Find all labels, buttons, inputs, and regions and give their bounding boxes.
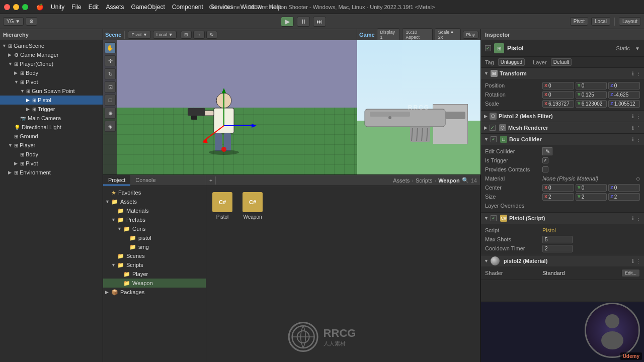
console-tab[interactable]: Console: [130, 175, 160, 186]
menu-unity[interactable]: Unity: [51, 4, 64, 11]
meshrenderer-header[interactable]: ▶ ✓ ⬡ Mesh Renderer ℹ ⋮: [481, 122, 644, 133]
project-item-packages[interactable]: ▶ 📦 Packages: [103, 288, 206, 297]
minimize-button[interactable]: [13, 4, 19, 10]
transform-menu[interactable]: ⋮: [636, 71, 641, 76]
gizmo-btn[interactable]: ⊞: [181, 31, 192, 39]
step-button[interactable]: ⏭: [313, 17, 326, 27]
display-btn[interactable]: Display 1: [377, 28, 400, 41]
menu-gameobject[interactable]: GameObject: [131, 4, 165, 11]
rotation-y[interactable]: Y0.125: [576, 91, 607, 99]
boxcollider-header[interactable]: ▼ ✓ □ Box Collider ℹ ⋮: [481, 134, 644, 145]
rotation-x[interactable]: X0: [542, 91, 574, 99]
pause-button[interactable]: ⏸: [297, 17, 310, 27]
scale-btn[interactable]: Scale ● 2x: [435, 28, 461, 41]
tree-item-gamescene[interactable]: ▼ ⊞ GameScene: [0, 41, 103, 50]
meshrenderer-menu[interactable]: ⋮: [636, 125, 641, 131]
play-maximize-btn[interactable]: Play: [463, 31, 479, 39]
tag-dropdown[interactable]: Untagged: [498, 58, 525, 66]
tree-item-body2[interactable]: ▶ ⊞ Body: [0, 150, 103, 159]
add-icon[interactable]: +: [209, 177, 212, 184]
size-z[interactable]: Z2: [608, 193, 640, 201]
layer-dropdown[interactable]: Default: [551, 58, 572, 66]
tree-item-pivot2[interactable]: ▶ ⊞ Pivot: [0, 159, 103, 168]
project-item-pistol[interactable]: ▶ 📁 pistol: [103, 233, 206, 242]
tree-item-trigger[interactable]: ▶ ⊞ Trigger: [0, 105, 103, 114]
tree-item-pistol[interactable]: ▶ ⊞ Pistol: [0, 96, 103, 105]
asset-item-pistol[interactable]: C# Pistol: [210, 190, 234, 358]
breadcrumb-assets[interactable]: Assets: [393, 177, 410, 184]
boxcollider-info[interactable]: ℹ: [632, 137, 634, 142]
center-x[interactable]: X0: [542, 184, 574, 192]
pivot-toggle[interactable]: Pivot ▼: [128, 31, 150, 39]
asset-item-weapon[interactable]: C# Weapon: [240, 190, 265, 358]
providescontacts-checkbox[interactable]: [542, 166, 548, 172]
scale-y[interactable]: Y6.123002: [576, 100, 607, 108]
position-x[interactable]: X0: [542, 82, 574, 89]
project-item-smg[interactable]: ▶ 📁 smg: [103, 242, 206, 251]
rect-tool[interactable]: □: [105, 95, 116, 106]
project-item-scripts[interactable]: ▼ 📁 Scripts: [103, 260, 206, 269]
move-btn[interactable]: ↔: [193, 31, 205, 39]
custom-tool[interactable]: ◈: [105, 121, 116, 132]
project-item-materials[interactable]: ▶ 📁 Materials: [103, 206, 206, 215]
meshrenderer-info[interactable]: ℹ: [632, 125, 634, 131]
scale-x[interactable]: X6.193727: [542, 100, 574, 108]
position-z[interactable]: Z0: [608, 82, 640, 89]
scene-view[interactable]: ✋ ✛ ↻ ⊡ □ ⊕ ◈: [103, 40, 357, 174]
game-tab[interactable]: Game: [359, 32, 375, 38]
menu-edit[interactable]: Edit: [89, 4, 99, 11]
project-item-prefabs[interactable]: ▼ 📁 Prefabs: [103, 215, 206, 224]
menu-apple[interactable]: 🍎: [36, 4, 44, 11]
menu-component[interactable]: Component: [172, 4, 203, 11]
object-enable-checkbox[interactable]: ✓: [485, 45, 491, 51]
search-icon[interactable]: 🔍: [462, 177, 469, 184]
cooldown-value[interactable]: 2: [542, 245, 573, 252]
breadcrumb-scripts[interactable]: Scripts: [416, 177, 433, 184]
meshfilter-header[interactable]: ▶ ⬡ Pistol 2 (Mesh Filter) ℹ ⋮: [481, 111, 644, 122]
rotate-btn[interactable]: ↻: [206, 31, 217, 39]
pistolscript-header[interactable]: ▼ ✓ C# Pistol (Script) ℹ ⋮: [481, 213, 644, 224]
meshfilter-menu[interactable]: ⋮: [636, 114, 641, 119]
tree-item-environment[interactable]: ▶ ⊞ Environment: [0, 168, 103, 177]
maxshots-value[interactable]: 5: [542, 236, 573, 243]
tree-item-maincamera1[interactable]: ▶ 📷 Main Camera: [0, 114, 103, 123]
menu-assets[interactable]: Assets: [106, 4, 124, 11]
local-button[interactable]: Local: [591, 17, 610, 26]
close-button[interactable]: [4, 4, 10, 10]
material-menu[interactable]: ⋮: [636, 258, 641, 264]
settings-button[interactable]: ⚙: [26, 17, 37, 26]
static-dropdown[interactable]: ▼: [635, 46, 640, 51]
position-y[interactable]: Y0: [576, 82, 607, 89]
move-tool[interactable]: ✛: [105, 55, 116, 66]
project-item-favorites[interactable]: ★ Favorites: [103, 188, 206, 197]
pistolscript-menu[interactable]: ⋮: [636, 216, 641, 221]
boxcollider-enable[interactable]: ✓: [491, 136, 497, 142]
hand-tool[interactable]: ✋: [105, 42, 116, 53]
scale-z[interactable]: Z1.005512: [608, 100, 640, 108]
tree-item-ground[interactable]: ▶ ⊞ Ground: [0, 132, 103, 141]
menu-file[interactable]: File: [71, 4, 81, 11]
rotate-tool[interactable]: ↻: [105, 68, 116, 79]
size-x[interactable]: X2: [542, 193, 574, 201]
material-section-header[interactable]: ▼ pistol2 (Material) ℹ ⋮: [481, 255, 644, 266]
pistolscript-enable[interactable]: ✓: [491, 215, 497, 221]
center-y[interactable]: Y0: [576, 184, 607, 192]
layout-button[interactable]: Layout: [619, 17, 641, 26]
tree-item-body1[interactable]: ▶ ⊞ Body: [0, 68, 103, 77]
pivot-button[interactable]: Pivot: [570, 17, 588, 26]
meshfilter-info[interactable]: ℹ: [632, 114, 634, 119]
tree-item-playerclone[interactable]: ▼ ⊞ Player(Clone): [0, 59, 103, 68]
boxcollider-menu[interactable]: ⋮: [636, 137, 641, 142]
edit-collider-btn[interactable]: ✎: [542, 147, 552, 155]
tree-item-player[interactable]: ▼ ⊞ Player: [0, 141, 103, 150]
project-item-player[interactable]: ▶ 📁 Player: [103, 269, 206, 279]
local-toggle[interactable]: Local ▼: [153, 31, 177, 39]
project-item-guns[interactable]: ▼ 📁 Guns: [103, 224, 206, 233]
game-view[interactable]: RRCG: [357, 40, 480, 174]
material-info[interactable]: ℹ: [632, 258, 634, 264]
meshrenderer-enable[interactable]: ✓: [490, 125, 496, 131]
play-button[interactable]: ▶: [281, 17, 294, 27]
transform-info[interactable]: ℹ: [632, 71, 634, 76]
project-item-scenes[interactable]: ▶ 📁 Scenes: [103, 251, 206, 260]
tree-item-gamemanager[interactable]: ▶ ⚙ Game Manager: [0, 50, 103, 59]
